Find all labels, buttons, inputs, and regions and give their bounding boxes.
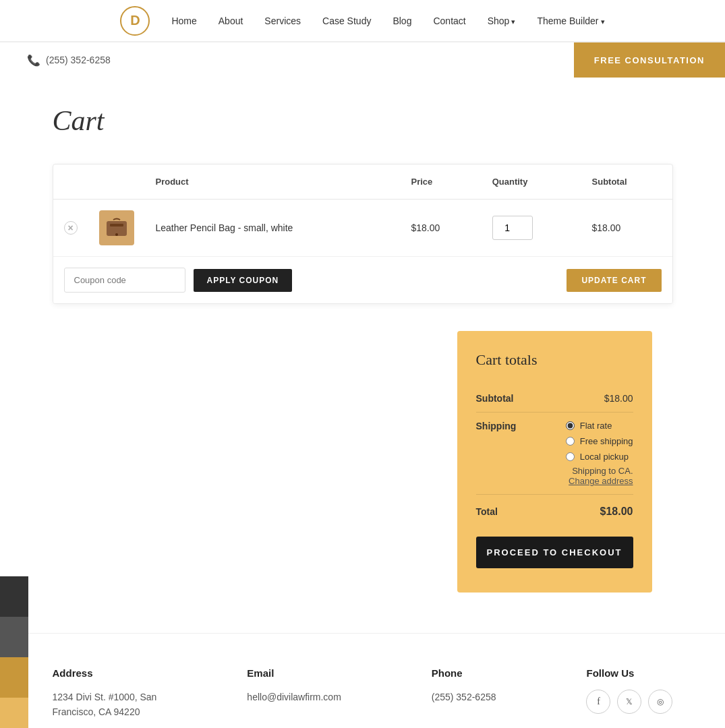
site-logo[interactable]: D	[120, 6, 150, 36]
cart-table-container: Product Price Quantity Subtotal ×	[53, 164, 673, 304]
facebook-icon[interactable]: f	[586, 690, 610, 714]
footer-follow-heading: Follow Us	[586, 667, 672, 679]
total-row: Total $18.00	[476, 495, 633, 523]
shipping-free-radio[interactable]	[566, 437, 575, 446]
col-product: Product	[145, 164, 401, 200]
shipping-label: Shipping	[476, 421, 517, 431]
side-bar-dark-2	[0, 617, 28, 657]
svg-rect-1	[110, 224, 123, 226]
footer-address-line2: Francisco, CA 94220	[53, 704, 157, 719]
total-value: $18.00	[600, 506, 633, 518]
footer-email-col: Email hello@divilawfirm.com	[247, 667, 341, 720]
shipping-to-text: Shipping to CA.	[566, 466, 633, 476]
shipping-flat-rate-radio[interactable]	[566, 421, 575, 430]
free-consultation-button[interactable]: FREE CONSULTATION	[574, 42, 725, 78]
top-bar: 📞 (255) 352-6258 FREE CONSULTATION	[0, 42, 725, 78]
shipping-flat-rate[interactable]: Flat rate	[566, 421, 633, 431]
instagram-icon[interactable]: ◎	[648, 690, 672, 714]
nav-case-study[interactable]: Case Study	[322, 16, 371, 26]
nav-shop[interactable]: Shop	[488, 16, 516, 26]
side-bar-gold-2	[0, 698, 28, 728]
cart-table: Product Price Quantity Subtotal ×	[53, 164, 672, 257]
footer-phone-value: (255) 352-6258	[432, 690, 496, 704]
footer-address-col: Address 1234 Divi St. #1000, San Francis…	[53, 667, 157, 720]
side-bar-gold-1	[0, 657, 28, 698]
nav-services[interactable]: Services	[264, 16, 301, 26]
cart-totals-title: Cart totals	[476, 351, 633, 369]
page-content: Cart Product Price Quantity Subtotal ×	[39, 78, 687, 633]
footer-follow-col: Follow Us f 𝕏 ◎	[586, 667, 672, 720]
shipping-options-container: Flat rate Free shipping Local pickup Shi…	[566, 421, 633, 486]
twitter-x-icon[interactable]: 𝕏	[617, 690, 641, 714]
phone-bar: 📞 (255) 352-6258	[0, 42, 574, 78]
footer-phone-heading: Phone	[432, 667, 496, 679]
coupon-row: APPLY COUPON UPDATE CART	[53, 257, 672, 303]
footer-address-heading: Address	[53, 667, 157, 679]
col-price: Price	[400, 164, 481, 200]
product-name: Leather Pencil Bag - small, white	[145, 200, 401, 257]
checkout-button[interactable]: PROCEED TO CHECKOUT	[476, 537, 633, 568]
shipping-free[interactable]: Free shipping	[566, 436, 633, 446]
nav-contact[interactable]: Contact	[433, 16, 465, 26]
subtotal-value: $18.00	[604, 393, 633, 404]
nav-home[interactable]: Home	[171, 16, 196, 26]
phone-number: (255) 352-6258	[46, 55, 111, 65]
subtotal-label: Subtotal	[476, 393, 514, 404]
main-nav: D Home About Services Case Study Blog Co…	[0, 0, 725, 42]
footer-address-line1: 1234 Divi St. #1000, San	[53, 690, 157, 704]
footer: Address 1234 Divi St. #1000, San Francis…	[0, 633, 725, 728]
table-row: × Leather Pencil Bag - small, whi	[53, 200, 672, 257]
footer-phone-col: Phone (255) 352-6258	[432, 667, 496, 720]
footer-email-value[interactable]: hello@divilawfirm.com	[247, 690, 341, 704]
side-bar-dark-1	[0, 576, 28, 617]
shipping-row: Shipping Flat rate Free shipping	[476, 413, 633, 495]
social-icons-container: f 𝕏 ◎	[586, 690, 672, 714]
phone-icon: 📞	[27, 54, 40, 67]
total-label: Total	[476, 506, 498, 517]
page-title: Cart	[53, 104, 673, 137]
col-quantity: Quantity	[482, 164, 581, 200]
product-thumbnail	[99, 210, 134, 245]
footer-columns: Address 1234 Divi St. #1000, San Francis…	[39, 634, 687, 728]
cart-totals: Cart totals Subtotal $18.00 Shipping Fla…	[457, 331, 652, 593]
shipping-local-pickup-radio[interactable]	[566, 452, 575, 461]
update-cart-button[interactable]: UPDATE CART	[567, 269, 661, 292]
shipping-local-pickup[interactable]: Local pickup	[566, 452, 633, 462]
change-address-link[interactable]: Change address	[566, 476, 633, 486]
remove-item-button[interactable]: ×	[64, 221, 78, 235]
product-price: $18.00	[400, 200, 481, 257]
col-subtotal: Subtotal	[581, 164, 672, 200]
apply-coupon-button[interactable]: APPLY COUPON	[194, 269, 293, 292]
side-bars-decoration	[0, 576, 28, 728]
coupon-input[interactable]	[64, 268, 185, 293]
quantity-input[interactable]	[492, 216, 533, 240]
product-subtotal: $18.00	[581, 200, 672, 257]
svg-point-2	[115, 233, 118, 236]
nav-blog[interactable]: Blog	[393, 16, 411, 26]
subtotal-row: Subtotal $18.00	[476, 385, 633, 413]
footer-email-heading: Email	[247, 667, 341, 679]
nav-theme-builder[interactable]: Theme Builder	[537, 16, 604, 26]
nav-about[interactable]: About	[219, 16, 243, 26]
